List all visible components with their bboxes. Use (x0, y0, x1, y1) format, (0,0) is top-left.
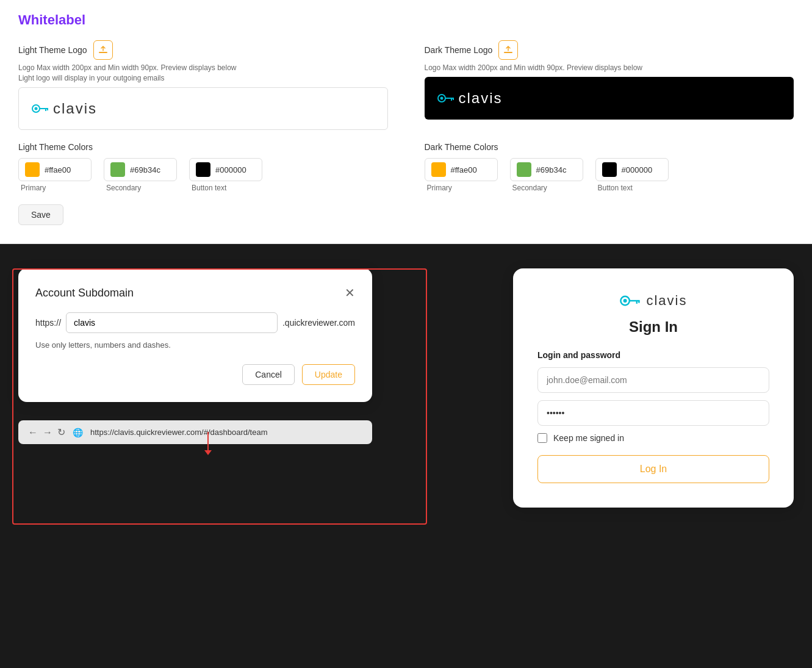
modal-header: Account Subdomain ✕ (35, 286, 355, 300)
clavis-brand-text-dark: clavis (459, 90, 503, 107)
dark-logo-upload-button[interactable] (498, 40, 518, 60)
light-color-swatches: #ffae00 Primary #69b34c Secondary #00000… (18, 158, 388, 192)
light-colors-col: Light Theme Colors #ffae00 Primary #69b3… (18, 142, 388, 192)
light-secondary-hex: #69b34c (130, 165, 160, 174)
light-primary-color: #ffae00 Primary (18, 158, 92, 192)
dark-logo-preview: clavis (425, 77, 794, 120)
dark-colors-title: Dark Theme Colors (425, 142, 794, 152)
light-secondary-label: Secondary (104, 184, 141, 192)
light-primary-box (25, 162, 40, 177)
svg-point-13 (623, 299, 627, 303)
dark-primary-label: Primary (425, 184, 452, 192)
signin-section-label: Login and password (537, 350, 769, 360)
dark-secondary-hex: #69b34c (536, 165, 567, 174)
light-logo-upload-button[interactable] (93, 40, 113, 60)
logo-row: Light Theme Logo Logo Max width 200px an… (18, 40, 794, 130)
dark-secondary-box (517, 162, 531, 177)
light-button-box (196, 162, 210, 177)
annotation-arrow (207, 432, 209, 450)
browser-bar: ← → ↻ 🌐 https://clavis.quickreviewer.com… (18, 420, 372, 444)
modal-close-button[interactable]: ✕ (345, 286, 355, 300)
browser-url-text[interactable]: https://clavis.quickreviewer.com/#/dashb… (90, 428, 362, 437)
svg-rect-6 (504, 52, 512, 53)
clavis-brand-text-light: clavis (53, 100, 97, 117)
clavis-logo-dark: clavis (437, 90, 503, 107)
light-colors-title: Light Theme Colors (18, 142, 388, 152)
signin-title: Sign In (537, 318, 769, 336)
light-secondary-color: #69b34c Secondary (104, 158, 177, 192)
keep-signed-label: Keep me signed in (553, 433, 624, 443)
light-primary-swatch[interactable]: #ffae00 (18, 158, 92, 181)
light-logo-hint1: Logo Max width 200px and Min width 90px.… (18, 63, 388, 72)
upload-icon-dark (503, 45, 513, 55)
light-primary-hex: #ffae00 (45, 165, 71, 174)
dark-logo-col: Dark Theme Logo Logo Max width 200px and… (425, 40, 794, 130)
light-button-label: Button text (189, 184, 226, 192)
signin-card: clavis Sign In Login and password Keep m… (513, 268, 794, 508)
password-field[interactable] (537, 400, 769, 426)
modal-title: Account Subdomain (35, 287, 134, 300)
signin-logo: clavis (537, 293, 769, 309)
left-panel: Account Subdomain ✕ https:// .quickrevie… (18, 268, 495, 444)
colors-row: Light Theme Colors #ffae00 Primary #69b3… (18, 142, 794, 192)
dark-primary-hex: #ffae00 (451, 165, 477, 174)
light-logo-label: Light Theme Logo (18, 45, 87, 55)
login-button[interactable]: Log In (537, 455, 769, 483)
dark-primary-swatch[interactable]: #ffae00 (425, 158, 498, 181)
whitelabel-section: Whitelabel Light Theme Logo Logo Max wid… (0, 0, 812, 244)
dark-button-label: Button text (595, 184, 633, 192)
light-logo-hint2: Light logo will display in your outgoing… (18, 74, 388, 82)
browser-nav: ← → ↻ (28, 426, 65, 438)
browser-reload-button[interactable]: ↻ (57, 426, 65, 438)
keep-signed-checkbox[interactable] (537, 433, 547, 443)
browser-back-button[interactable]: ← (28, 427, 38, 438)
svg-point-8 (440, 97, 443, 100)
account-subdomain-modal: Account Subdomain ✕ https:// .quickrevie… (18, 268, 372, 402)
subdomain-input-row: https:// .quickreviewer.com (35, 312, 355, 333)
clavis-logo-light: clavis (31, 100, 97, 117)
light-primary-label: Primary (18, 184, 46, 192)
email-field[interactable] (537, 367, 769, 393)
modal-actions: Cancel Update (35, 364, 355, 385)
dark-colors-col: Dark Theme Colors #ffae00 Primary #69b34… (425, 142, 794, 192)
light-button-hex: #000000 (215, 165, 246, 174)
dark-button-color: #000000 Button text (595, 158, 669, 192)
clavis-key-light (31, 103, 49, 114)
upload-icon (98, 45, 108, 55)
light-secondary-box (110, 162, 125, 177)
subdomain-suffix: .quickreviewer.com (282, 318, 355, 328)
dark-logo-hint1: Logo Max width 200px and Min width 90px.… (425, 63, 794, 72)
dark-secondary-label: Secondary (510, 184, 547, 192)
browser-globe-icon: 🌐 (73, 428, 83, 437)
light-button-color: #000000 Button text (189, 158, 262, 192)
light-logo-preview: clavis (18, 87, 388, 130)
subdomain-hint: Use only letters, numbers and dashes. (35, 340, 355, 350)
keep-signed-row: Keep me signed in (537, 433, 769, 443)
right-panel: clavis Sign In Login and password Keep m… (513, 268, 794, 508)
dark-logo-label: Dark Theme Logo (425, 45, 493, 55)
bottom-section: Account Subdomain ✕ https:// .quickrevie… (0, 244, 812, 532)
light-secondary-swatch[interactable]: #69b34c (104, 158, 177, 181)
svg-point-2 (35, 107, 38, 110)
clavis-key-dark (437, 93, 455, 104)
cancel-button[interactable]: Cancel (242, 364, 295, 385)
dark-button-box (602, 162, 617, 177)
svg-rect-0 (99, 52, 107, 53)
dark-secondary-swatch[interactable]: #69b34c (510, 158, 583, 181)
save-button[interactable]: Save (18, 204, 63, 225)
dark-secondary-color: #69b34c Secondary (510, 158, 583, 192)
dark-button-hex: #000000 (622, 165, 653, 174)
update-button[interactable]: Update (302, 364, 355, 385)
light-logo-col: Light Theme Logo Logo Max width 200px an… (18, 40, 388, 130)
dark-primary-box (431, 162, 446, 177)
signin-key-icon (619, 294, 641, 307)
subdomain-prefix: https:// (35, 318, 61, 328)
page-title: Whitelabel (18, 12, 794, 28)
signin-brand-text: clavis (646, 293, 687, 309)
light-button-swatch[interactable]: #000000 (189, 158, 262, 181)
dark-primary-color: #ffae00 Primary (425, 158, 498, 192)
dark-button-swatch[interactable]: #000000 (595, 158, 669, 181)
dark-color-swatches: #ffae00 Primary #69b34c Secondary #00000… (425, 158, 794, 192)
subdomain-input[interactable] (66, 312, 278, 333)
browser-forward-button[interactable]: → (43, 427, 52, 438)
